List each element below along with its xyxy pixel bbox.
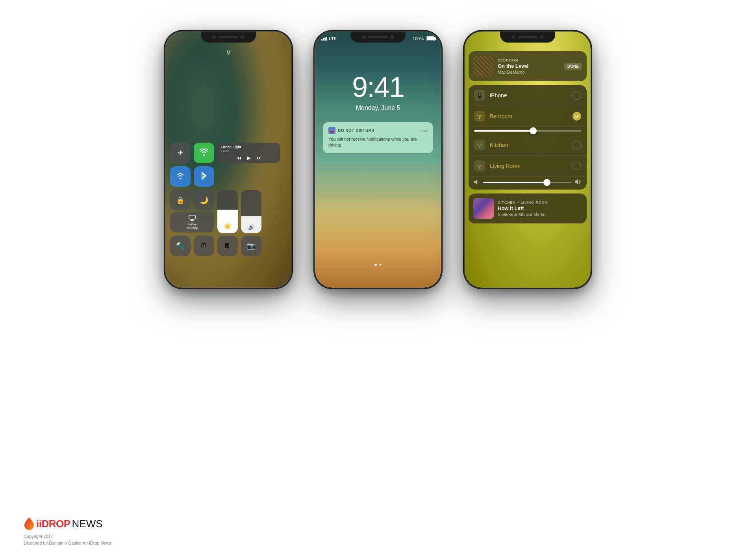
device-list: 📱 iPhone Bedroom [469, 85, 587, 190]
bedroom-device-name: Bedroom [490, 113, 568, 119]
phone2-screen: LTE 100% 9:41 Monday, June 5 🚗 [315, 32, 441, 288]
wifi-2-icon [176, 172, 185, 181]
volume-icon: 🔊 [248, 224, 255, 230]
dnd-time: now [421, 128, 428, 133]
livingroom-device-name: Living Room [490, 163, 568, 169]
carrier-label: LTE [329, 36, 337, 41]
notch-speaker [219, 36, 238, 38]
calculator-tile[interactable]: 🖩 [217, 236, 238, 256]
now-playing-info: BEDROOM On the Level Mac DeMarco [498, 58, 560, 74]
prev-button[interactable]: ⏮ [236, 155, 241, 161]
play-button[interactable]: ▶ [247, 155, 251, 161]
status-right: 100% [413, 36, 435, 41]
airplane-icon: ✈ [178, 149, 183, 157]
status-bar-2: LTE 100% [315, 35, 441, 43]
music-tile[interactable]: Green Light Lorde ⏮ ▶ ⏭ [217, 143, 280, 163]
camera-tile[interactable]: 📷 [241, 236, 261, 256]
track-2-artist: Violents & Monica Martin [498, 212, 582, 217]
battery-label: 100% [413, 36, 424, 41]
dot-2 [379, 264, 382, 266]
svg-marker-5 [575, 179, 578, 184]
bedroom-volume-row [469, 127, 587, 135]
phones-container: ∨ ✈ [0, 0, 756, 303]
device-item-bedroom[interactable]: Bedroom [469, 106, 587, 127]
swipe-down-chevron: ∨ [226, 47, 232, 57]
wifi-tile[interactable] [194, 143, 214, 163]
signal-bar-2 [323, 38, 324, 41]
notch-camera-5 [511, 35, 515, 39]
now-playing-card: BEDROOM On the Level Mac DeMarco DONE [469, 51, 587, 81]
master-volume-thumb [543, 179, 550, 186]
master-volume-slider[interactable] [483, 182, 572, 183]
notch-camera-6 [540, 35, 544, 39]
done-button[interactable]: DONE [564, 63, 582, 70]
bluetooth-tile[interactable] [194, 166, 214, 187]
phone-3: BEDROOM On the Level Mac DeMarco DONE 📱 … [465, 32, 591, 288]
dnd-icon: 🚗 [328, 127, 335, 134]
svg-point-2 [479, 146, 480, 148]
battery-icon [426, 36, 435, 41]
album-art-1 [473, 56, 494, 76]
svg-rect-0 [189, 215, 195, 219]
timer-icon: ⏱ [200, 242, 208, 250]
device-item-iphone[interactable]: 📱 iPhone [469, 85, 587, 106]
logo-idrop-text: iiDROP [36, 518, 70, 530]
brightness-tile[interactable]: ☀️ [217, 190, 238, 233]
next-button[interactable]: ⏭ [256, 155, 261, 161]
notch-speaker-3 [518, 36, 537, 38]
iphone-device-name: iPhone [490, 92, 568, 99]
livingroom-device-icon [474, 160, 485, 171]
kitchen-device-name: Kitchen [490, 142, 568, 148]
notch-3 [500, 32, 555, 43]
airplay-tile[interactable]: AirPlayMirroring [170, 212, 214, 232]
volume-min-icon [474, 179, 480, 186]
bedroom-device-icon [474, 111, 485, 122]
device-item-livingroom[interactable]: Living Room [469, 156, 587, 177]
bluetooth-icon [201, 171, 207, 182]
lock-screen-date: Monday, June 5 [315, 104, 441, 112]
logo: iiDROP NEWS [24, 517, 111, 530]
svg-point-1 [479, 117, 480, 119]
wifi-2-tile[interactable] [170, 166, 191, 187]
moon-icon: 🌙 [200, 196, 208, 205]
bedroom-slider-thumb [530, 127, 537, 134]
logo-news-text: NEWS [72, 518, 103, 530]
flashlight-tile[interactable]: 🔦 [170, 236, 191, 256]
iphone-device-icon: 📱 [474, 90, 485, 101]
cc-bottom-row: 🔦 ⏱ 🖩 📷 [170, 236, 287, 256]
do-not-disturb-tile[interactable]: 🌙 [194, 190, 214, 210]
phone1-screen: ∨ ✈ [165, 32, 291, 288]
signal-bar-3 [324, 37, 326, 41]
airplane-mode-tile[interactable]: ✈ [170, 143, 191, 163]
lock-icon: 🔒 [176, 196, 185, 205]
phone-1: ∨ ✈ [165, 32, 291, 288]
kitchen-check [573, 141, 581, 149]
svg-point-3 [479, 167, 480, 169]
dot-1 [374, 264, 377, 266]
dnd-title: DO NOT DISTURB [338, 128, 374, 133]
iphone-check [573, 91, 581, 100]
notch [201, 32, 256, 43]
bedroom-slider[interactable] [474, 130, 581, 132]
bedroom-check [573, 112, 581, 121]
airplay-label: AirPlayMirroring [187, 223, 198, 230]
volume-max-icon [575, 179, 581, 186]
volume-tile[interactable]: 🔊 [241, 190, 261, 233]
rotation-lock-tile[interactable]: 🔒 [170, 190, 191, 210]
copyright: Copyright 2017 Designed by Benjamin Gesk… [24, 533, 111, 546]
page-dots [315, 264, 441, 266]
music-title: Green Light [221, 145, 241, 149]
notch-camera [212, 35, 216, 39]
master-volume-row [469, 177, 587, 190]
kitchen-device-icon [474, 140, 485, 151]
cc-row-2 [170, 166, 287, 187]
device-item-kitchen[interactable]: Kitchen [469, 135, 587, 156]
calculator-icon: 🖩 [224, 242, 231, 250]
svg-marker-4 [474, 180, 477, 184]
timer-tile[interactable]: ⏱ [194, 236, 214, 256]
dnd-message: You will not receive Notifications while… [328, 136, 428, 149]
track-title: On the Level [498, 63, 560, 69]
track-artist: Mac DeMarco [498, 70, 560, 74]
music-artist: Lorde [221, 149, 229, 153]
room-label: BEDROOM [498, 58, 560, 62]
